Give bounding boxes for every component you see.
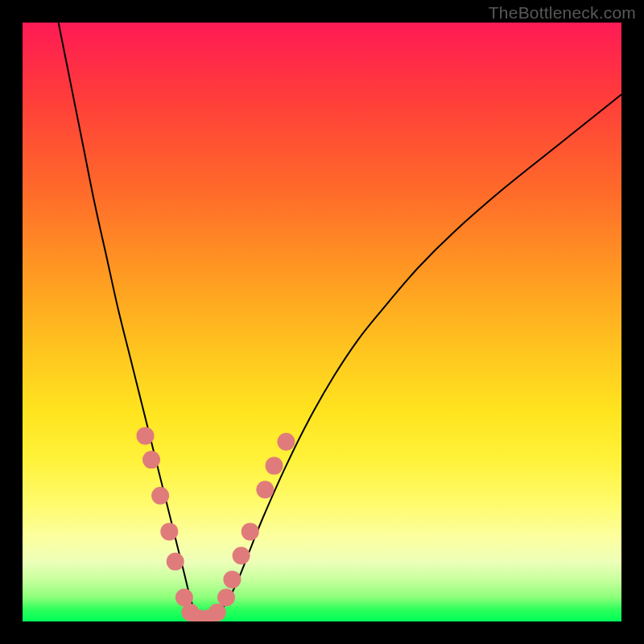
watermark-text: TheBottleneck.com — [489, 3, 636, 23]
marker-dot — [233, 547, 250, 564]
marker-dot — [277, 433, 295, 451]
marker-dot — [223, 571, 241, 588]
marker-dot — [266, 457, 283, 475]
curve-svg — [23, 23, 621, 621]
marker-dot — [151, 487, 169, 505]
bottleneck-curve — [59, 23, 621, 621]
marker-dot — [160, 522, 178, 540]
plot-area — [23, 23, 621, 621]
marker-dot — [256, 481, 274, 498]
marker-dot — [142, 451, 160, 469]
marker-dot — [208, 604, 226, 621]
marker-dot — [242, 522, 259, 540]
marker-dots — [137, 427, 295, 621]
marker-dot — [217, 588, 235, 606]
chart-frame: TheBottleneck.com — [0, 0, 644, 644]
marker-dot — [137, 427, 155, 444]
marker-dot — [167, 553, 184, 571]
